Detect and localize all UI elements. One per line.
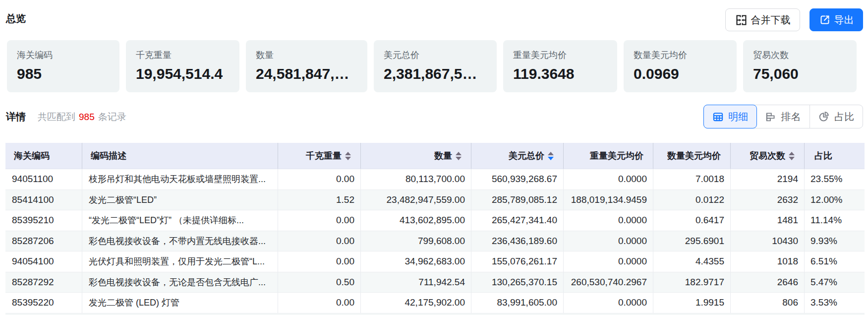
view-tabs: 明细 — [703, 105, 863, 128]
cell-description: 枝形吊灯和其他电动天花板或墙壁照明装置... — [82, 169, 278, 189]
table-row[interactable]: 94054100 光伏灯具和照明装置，仅用于发光二极管“L... 0.00 34… — [5, 252, 865, 272]
cell-description: 彩色电视接收设备，无论是否包含无线电广... — [82, 272, 278, 293]
cell-proportion: 9.93% — [804, 231, 865, 252]
cell-kg-weight: 1.52 — [278, 190, 360, 210]
summary-card-value: 19,954,514.4 — [136, 65, 239, 82]
cell-usd-total: 155,076,261.17 — [471, 252, 563, 272]
merge-download-button[interactable]: 合并下载 — [725, 8, 800, 31]
page-title: 总览 — [6, 13, 26, 24]
data-table: 海关编码 编码描述 千克重量 — [5, 143, 865, 315]
column-header[interactable]: 贸易次数 — [730, 143, 804, 169]
cell-weight-usd-avg: 0.0000 — [563, 252, 653, 272]
column-header[interactable]: 千克重量 — [278, 143, 360, 169]
column-header[interactable]: 海关编码 — [5, 143, 82, 169]
cell-usd-total: 130,265,370.15 — [471, 272, 563, 293]
table-row[interactable]: 85287292 彩色电视接收设备，无论是否包含无线电广... 0.50 711… — [5, 272, 865, 293]
cell-quantity: 799,608.00 — [360, 231, 471, 252]
table-row[interactable]: 85395220 发光二极管 (LED) 灯管 0.00 42,175,902.… — [5, 293, 865, 314]
column-header[interactable]: 编码描述 — [82, 143, 278, 169]
cell-description: 发光二极管“LED” — [82, 190, 278, 210]
table-row-partial — [5, 314, 865, 315]
summary-card: 海关编码 985 — [7, 40, 119, 92]
table-row[interactable]: 94051100 枝形吊灯和其他电动天花板或墙壁照明装置... 0.00 80,… — [5, 169, 865, 190]
table-body: 94051100 枝形吊灯和其他电动天花板或墙壁照明装置... 0.00 80,… — [5, 169, 865, 314]
column-header-label: 美元总价 — [509, 150, 544, 162]
details-section-bar: 详情 共匹配到985条记录 — [6, 105, 863, 128]
table-row[interactable]: 85395210 “发光二极管“LED”灯” （未提供详细标... 0.00 4… — [5, 210, 865, 231]
merge-cells-icon — [735, 14, 748, 26]
column-header-label: 编码描述 — [91, 150, 126, 162]
cell-trade-count: 806 — [730, 293, 804, 313]
export-label: 导出 — [834, 13, 854, 27]
view-tab-label: 明细 — [728, 110, 748, 124]
sort-desc-icon — [456, 157, 462, 160]
export-icon — [819, 14, 831, 26]
cell-kg-weight: 0.50 — [278, 272, 360, 293]
summary-card-value: 119.3648 — [513, 65, 617, 82]
column-header[interactable]: 数量 — [360, 143, 471, 169]
sort-asc-icon — [789, 152, 795, 155]
cell-proportion: 23.55% — [804, 169, 865, 189]
column-header[interactable]: 数量美元均价 — [653, 143, 730, 169]
match-suffix: 条记录 — [98, 112, 126, 122]
summary-card-label: 海关编码 — [17, 50, 119, 60]
cell-quantity-usd-avg: 1.9915 — [653, 293, 730, 313]
cell-quantity: 80,113,700.00 — [360, 169, 471, 189]
summary-card-value: 985 — [17, 65, 119, 82]
cell-weight-usd-avg: 0.0000 — [563, 169, 653, 189]
cell-proportion: 5.47% — [804, 272, 865, 293]
cell-usd-total: 560,939,268.67 — [471, 169, 563, 189]
column-header-label: 占比 — [814, 150, 832, 162]
pie-chart-icon — [818, 111, 830, 123]
column-header-label: 重量美元均价 — [590, 150, 643, 162]
cell-trade-count: 2646 — [730, 272, 804, 293]
table-row[interactable]: 85414100 发光二极管“LED” 1.52 23,482,947,559.… — [5, 190, 865, 211]
column-header[interactable]: 美元总价 — [471, 143, 563, 169]
tab-detail[interactable]: 明细 — [703, 105, 757, 128]
column-header-label: 数量 — [434, 150, 452, 162]
cell-trade-count: 10430 — [730, 231, 804, 252]
summary-card-label: 千克重量 — [136, 50, 239, 60]
column-header[interactable]: 重量美元均价 — [563, 143, 653, 169]
sort-carets — [789, 152, 795, 160]
sort-asc-icon — [345, 152, 351, 155]
summary-card-value: 24,581,847,… — [256, 65, 367, 82]
cell-quantity: 711,942.54 — [360, 272, 471, 293]
cell-hs-code: 94051100 — [5, 169, 82, 189]
cell-description: “发光二极管“LED”灯” （未提供详细标... — [82, 210, 278, 231]
summary-card-label: 重量美元均价 — [513, 50, 617, 60]
cell-quantity-usd-avg: 182.9717 — [653, 272, 730, 293]
cell-trade-count: 2632 — [730, 190, 804, 210]
cell-description: 光伏灯具和照明装置，仅用于发光二极管“L... — [82, 252, 278, 272]
export-button[interactable]: 导出 — [810, 8, 863, 31]
sort-asc-icon — [456, 152, 462, 155]
merge-download-label: 合并下载 — [751, 13, 791, 27]
cell-proportion: 6.51% — [804, 252, 865, 272]
column-header[interactable]: 占比 — [804, 143, 865, 169]
cell-weight-usd-avg: 0.0000 — [563, 210, 653, 231]
cell-quantity-usd-avg: 7.0018 — [653, 169, 730, 189]
sort-carets — [548, 152, 554, 160]
summary-card: 美元总价 2,381,867,5… — [374, 40, 497, 92]
cell-hs-code: 85414100 — [5, 190, 82, 210]
cell-quantity-usd-avg: 4.4355 — [653, 252, 730, 272]
cell-weight-usd-avg: 188,019,134.9459 — [563, 190, 653, 210]
column-header-label: 海关编码 — [14, 150, 50, 162]
summary-cards: 海关编码 985 千克重量 19,954,514.4 数量 24,581,847… — [7, 40, 857, 92]
tab-ranking[interactable]: 排名 — [756, 105, 809, 128]
table-row[interactable]: 85287206 彩色电视接收设备，不带内置无线电接收器... 0.00 799… — [5, 231, 865, 252]
cell-proportion: 11.14% — [804, 210, 865, 231]
cell-trade-count: 1018 — [730, 252, 804, 272]
cell-kg-weight: 0.00 — [278, 169, 360, 189]
tab-proportion[interactable]: 占比 — [810, 105, 863, 128]
cell-quantity: 42,175,902.00 — [360, 293, 471, 313]
match-count: 985 — [79, 112, 95, 122]
table-header-row: 海关编码 编码描述 千克重量 — [5, 143, 865, 169]
sort-carets — [345, 152, 351, 160]
cell-weight-usd-avg: 0.0000 — [563, 293, 653, 313]
cell-quantity: 23,482,947,559.00 — [360, 190, 471, 210]
summary-card: 重量美元均价 119.3648 — [503, 40, 617, 92]
column-header-label: 贸易次数 — [750, 150, 785, 162]
cell-hs-code: 85395220 — [5, 293, 82, 313]
sort-carets — [456, 152, 462, 160]
